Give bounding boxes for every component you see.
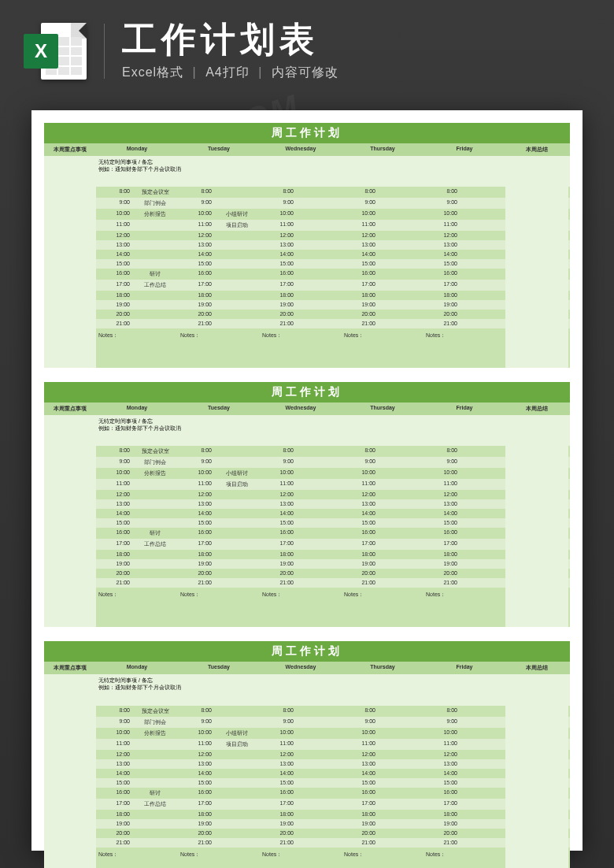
- task-cell: [296, 810, 342, 819]
- time-cell: 17:00: [342, 799, 378, 810]
- schedule-row: 9:00部门例会9:009:009:009:00: [44, 717, 570, 728]
- time-cell: 17:00: [178, 539, 214, 550]
- time-cell: 11:00: [260, 739, 296, 750]
- time-cell: 15:00: [260, 259, 296, 269]
- task-cell: [296, 739, 342, 750]
- task-cell: 小组研讨: [214, 728, 260, 739]
- time-cell: 20:00: [260, 569, 296, 578]
- time-cell: 20:00: [424, 569, 460, 578]
- time-cell: 21:00: [96, 838, 132, 848]
- time-cell: 11:00: [178, 739, 214, 750]
- time-cell: 16:00: [342, 528, 378, 539]
- time-cell: 10:00: [342, 209, 378, 220]
- time-cell: 12:00: [342, 231, 378, 240]
- task-cell: [460, 231, 505, 240]
- task-cell: [378, 739, 424, 750]
- task-cell: [296, 528, 342, 539]
- time-cell: 15:00: [342, 518, 378, 528]
- time-cell: 18:00: [178, 810, 214, 819]
- task-cell: [460, 550, 505, 559]
- col-key-items: 本周重点事项: [44, 662, 96, 674]
- time-cell: 12:00: [96, 750, 132, 759]
- task-cell: [460, 479, 505, 490]
- time-cell: 20:00: [96, 829, 132, 838]
- task-cell: [132, 499, 178, 509]
- time-cell: 15:00: [260, 778, 296, 788]
- time-cell: 17:00: [260, 539, 296, 550]
- task-cell: [460, 319, 505, 328]
- task-cell: [378, 518, 424, 528]
- task-cell: 工作总结: [132, 799, 178, 810]
- time-cell: 21:00: [96, 578, 132, 588]
- task-cell: [214, 759, 260, 769]
- memo-body: 无特定时间事项 / 备忘例如：通知财务部下个月会议取消: [96, 415, 507, 446]
- time-cell: 11:00: [96, 479, 132, 490]
- task-cell: [460, 759, 505, 769]
- task-cell: [378, 269, 424, 280]
- time-cell: 11:00: [178, 220, 214, 231]
- task-cell: [132, 250, 178, 259]
- task-cell: 部门例会: [132, 198, 178, 209]
- time-cell: 12:00: [342, 490, 378, 499]
- task-cell: [460, 799, 505, 810]
- task-cell: [378, 291, 424, 300]
- time-cell: 12:00: [424, 750, 460, 759]
- schedule-row: 14:0014:0014:0014:0014:00: [44, 250, 570, 259]
- task-cell: 预定会议室: [132, 446, 178, 457]
- time-cell: 20:00: [342, 569, 378, 578]
- time-cell: 18:00: [260, 291, 296, 300]
- notes-cell: Notes：: [342, 848, 424, 868]
- schedule-row: 13:0013:0013:0013:0013:00: [44, 240, 570, 250]
- task-cell: [214, 490, 260, 499]
- time-cell: 12:00: [342, 750, 378, 759]
- task-cell: [132, 259, 178, 269]
- time-cell: 11:00: [342, 479, 378, 490]
- col-day: Friday: [424, 143, 505, 156]
- time-cell: 9:00: [260, 717, 296, 728]
- notes-cell: Notes：: [96, 328, 178, 368]
- task-cell: [460, 240, 505, 250]
- time-cell: 14:00: [260, 250, 296, 259]
- task-cell: [460, 220, 505, 231]
- task-cell: [460, 559, 505, 569]
- task-cell: [378, 198, 424, 209]
- time-cell: 9:00: [178, 198, 214, 209]
- time-cell: 10:00: [96, 728, 132, 739]
- task-cell: [132, 778, 178, 788]
- time-cell: 15:00: [424, 259, 460, 269]
- task-cell: 预定会议室: [132, 706, 178, 717]
- col-day: Friday: [424, 662, 505, 674]
- task-cell: [460, 310, 505, 319]
- time-cell: 17:00: [342, 539, 378, 550]
- time-cell: 10:00: [178, 728, 214, 739]
- task-cell: [378, 559, 424, 569]
- time-cell: 13:00: [342, 759, 378, 769]
- task-cell: [214, 187, 260, 198]
- week-title: 周工作计划: [44, 641, 570, 662]
- task-cell: [132, 300, 178, 310]
- time-cell: 20:00: [96, 310, 132, 319]
- task-cell: [378, 300, 424, 310]
- page-title: 工作计划表: [122, 22, 338, 57]
- time-cell: 11:00: [424, 479, 460, 490]
- task-cell: [214, 518, 260, 528]
- task-cell: [296, 187, 342, 198]
- task-cell: [296, 259, 342, 269]
- time-cell: 8:00: [342, 187, 378, 198]
- task-cell: [214, 231, 260, 240]
- task-cell: [296, 209, 342, 220]
- task-cell: [214, 539, 260, 550]
- time-cell: 18:00: [260, 810, 296, 819]
- task-cell: [378, 778, 424, 788]
- time-cell: 17:00: [424, 539, 460, 550]
- time-cell: 14:00: [96, 509, 132, 518]
- task-cell: [214, 250, 260, 259]
- time-cell: 20:00: [178, 310, 214, 319]
- time-cell: 15:00: [342, 259, 378, 269]
- time-cell: 13:00: [424, 759, 460, 769]
- time-cell: 19:00: [342, 300, 378, 310]
- time-cell: 14:00: [424, 509, 460, 518]
- time-cell: 13:00: [260, 759, 296, 769]
- task-cell: [296, 778, 342, 788]
- time-cell: 10:00: [178, 209, 214, 220]
